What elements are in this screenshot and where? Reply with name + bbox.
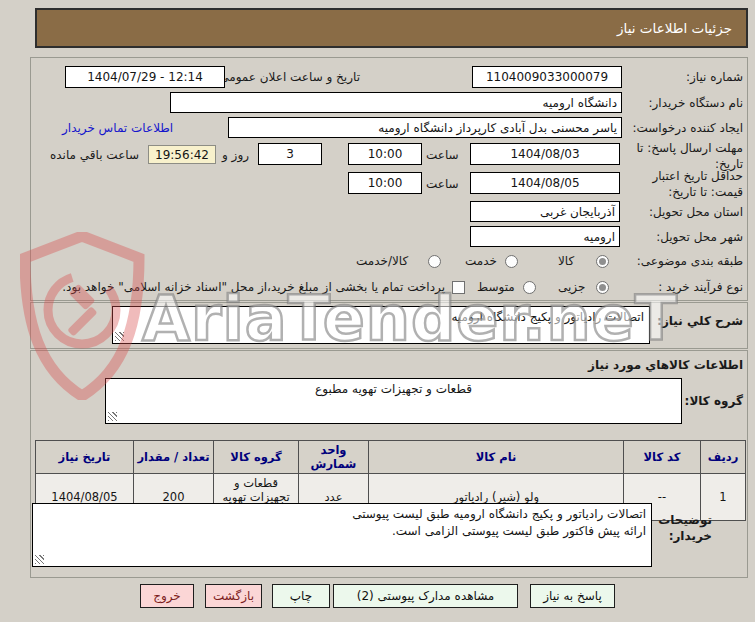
countdown-timer: 19:56:42 [148, 145, 216, 164]
goods-group-label: گروه کالا: [685, 394, 743, 408]
buyer-notes-line1: اتصالات رادیاتور و پکیج دانشگاه ارومیه ط… [38, 506, 646, 523]
buyer-notes-line2: ارائه پیش فاکتور طبق لیست پیوستی الزامی … [38, 523, 646, 540]
col-item-code: کد کالا [624, 441, 701, 474]
reply-deadline-time-input[interactable]: 10:00 [348, 143, 422, 165]
resize-handle-icon[interactable] [35, 555, 44, 564]
goods-group-textarea[interactable]: قطعات و تجهیزات تهویه مطبوع [105, 378, 682, 424]
view-attachments-button[interactable]: مشاهده مدارک پیوستی (2) [333, 584, 518, 608]
request-creator-label: ایجاد کننده درخواست: [632, 121, 743, 135]
subject-class-label: طبقه بندی موضوعی: [637, 254, 743, 268]
page-title-bar: جزئیات اطلاعات نیاز [35, 8, 748, 48]
radio-goods[interactable] [596, 255, 609, 268]
buyer-contact-link[interactable]: اطلاعات تماس خریدار [62, 121, 173, 135]
col-row-number: ردیف [701, 441, 746, 474]
delivery-city-input[interactable]: ارومیه [470, 226, 620, 247]
days-and-label: روز و [222, 148, 249, 162]
treasury-docs-checkbox[interactable] [452, 281, 465, 294]
need-number-label: شماره نیاز: [686, 70, 743, 84]
resize-handle-icon[interactable] [108, 412, 117, 421]
radio-service-label[interactable]: خدمت [465, 254, 497, 268]
announce-datetime-input[interactable]: 1404/07/29 - 12:14 [65, 66, 225, 88]
radio-medium[interactable] [523, 281, 536, 294]
need-number-input[interactable]: 1104009033000079 [472, 66, 622, 88]
need-description-textarea[interactable]: اتصالات رادیاتور و پکیج دانشگاه ارومیه [112, 306, 650, 344]
print-button[interactable]: چاپ [272, 584, 330, 608]
radio-goods-service-label[interactable]: کالا/خدمت [356, 254, 408, 268]
buyer-org-input[interactable]: دانشگاه ارومیه [170, 92, 622, 113]
remaining-days-input[interactable]: 3 [258, 143, 322, 165]
purchase-process-label: نوع فرآیند خرید : [658, 280, 743, 294]
buyer-org-label: نام دستگاه خریدار: [649, 96, 744, 110]
price-validity-label: حداقل تاریخ اعتبار قیمت: تا تاریخ: [623, 168, 743, 200]
hours-remaining-label: ساعت باقي مانده [50, 148, 139, 162]
buyer-notes-label: توضیحات خریدار: [648, 512, 712, 544]
announce-datetime-label: تاریخ و ساعت اعلان عمومی: [215, 70, 360, 84]
col-need-date: تاریخ نیاز [36, 441, 134, 474]
radio-medium-label[interactable]: متوسط [477, 280, 515, 294]
price-validity-date-input[interactable]: 1404/08/05 [470, 172, 620, 194]
goods-info-heading: اطلاعات کالاهاي مورد نياز [588, 358, 743, 372]
request-creator-input[interactable]: یاسر محسنی بدل آبادی کارپرداز دانشگاه ار… [228, 117, 622, 138]
reply-deadline-hour-label: ساعت [426, 148, 459, 162]
back-button[interactable]: بازگشت [205, 584, 262, 608]
goods-table-header-row: ردیف کد کالا نام کالا واحد شمارش گروه کا… [36, 441, 746, 474]
radio-minor-label[interactable]: جزیی [558, 280, 585, 294]
resize-handle-icon[interactable] [115, 332, 124, 341]
buyer-notes-textarea[interactable]: اتصالات رادیاتور و پکیج دانشگاه ارومیه ط… [32, 503, 652, 567]
delivery-province-label: استان محل تحویل: [649, 205, 743, 219]
reply-to-need-button[interactable]: پاسخ به نیاز [530, 584, 615, 608]
delivery-city-label: شهر محل تحویل: [656, 230, 743, 244]
radio-goods-label[interactable]: کالا [558, 254, 574, 268]
exit-button[interactable]: خروج [140, 584, 194, 608]
radio-minor[interactable] [596, 281, 609, 294]
radio-service[interactable] [505, 255, 518, 268]
page-title: جزئیات اطلاعات نیاز [617, 20, 732, 36]
reply-deadline-date-input[interactable]: 1404/08/03 [470, 143, 620, 165]
price-validity-time-input[interactable]: 10:00 [348, 172, 422, 194]
treasury-docs-checkbox-label[interactable]: پرداخت تمام یا بخشی از مبلغ خرید،از محل … [62, 280, 445, 294]
need-description-label: شرح کلي نياز: [657, 314, 743, 328]
col-unit: واحد شمارش [299, 441, 369, 474]
price-validity-hour-label: ساعت [426, 177, 459, 191]
need-description-text: اتصالات رادیاتور و پکیج دانشگاه ارومیه [451, 310, 644, 324]
goods-group-text: قطعات و تجهیزات تهویه مطبوع [315, 382, 472, 396]
col-group: گروه کالا [214, 441, 299, 474]
delivery-province-input[interactable]: آذربایجان غربی [470, 201, 620, 222]
col-quantity: تعداد / مقدار [134, 441, 214, 474]
col-item-name: نام کالا [369, 441, 624, 474]
radio-goods-service[interactable] [428, 255, 441, 268]
